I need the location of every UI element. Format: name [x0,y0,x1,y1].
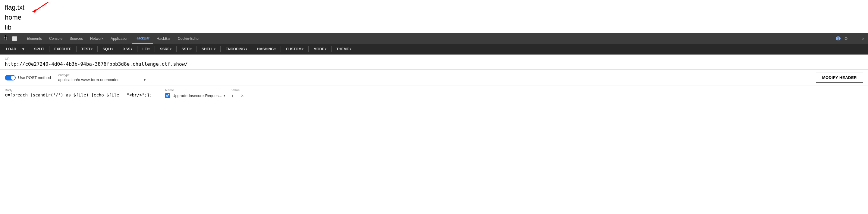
sqli-button[interactable]: SQLI ▾ [100,46,116,53]
enctype-section: enctype application/x-www-form-urlencode… [58,73,146,82]
svg-line-0 [35,2,48,11]
test-button[interactable]: TEST ▾ [79,46,95,53]
body-value[interactable]: c=foreach (scandir('/') as $file) {echo … [5,93,156,97]
hashing-caret: ▾ [274,48,276,51]
devtools-panel: ⊡ ⬜ Elements Console Sources Network App… [0,33,868,101]
load-dropdown[interactable]: ▾ [20,46,27,53]
divider-11 [252,46,252,52]
enctype-value: application/x-www-form-urlencoded [58,78,143,82]
header-name-dropdown-icon[interactable]: ▾ [224,94,225,97]
red-arrow-indicator [29,1,50,16]
enctype-select-wrap[interactable]: application/x-www-form-urlencoded ▾ [58,78,146,82]
body-section: Body c=foreach (scandir('/') as $file) {… [5,88,156,98]
sqli-caret: ▾ [112,48,113,51]
divider-1 [29,46,29,52]
encoding-caret: ▾ [246,48,247,51]
post-method-label: Use POST method [18,75,51,80]
divider-14 [331,46,332,52]
hackbar-content: URL http://c0e27240-4d04-4b3b-94ba-3876f… [0,55,868,101]
execute-button[interactable]: EXECUTE [52,46,74,53]
svg-marker-1 [32,9,36,13]
file-item-2: home [5,12,863,22]
toggle-thumb [11,75,15,80]
custom-button[interactable]: CUSTOM ▾ [283,46,306,53]
split-button[interactable]: SPLIT [32,46,47,53]
shell-caret: ▾ [214,48,216,51]
url-section: URL http://c0e27240-4d04-4b3b-94ba-3876f… [0,55,868,70]
file-item-1: flag.txt [5,2,863,12]
file-item-3: lib [5,22,863,32]
divider-4 [97,46,98,52]
post-toggle[interactable]: Use POST method [5,75,51,81]
hackbar-toolbar: LOAD ▾ SPLIT EXECUTE TEST ▾ SQLI ▾ XSS ▾… [0,44,868,55]
headers-section: Name Upgrade-Insecure-Reques… ▾ Value [165,88,863,98]
lfi-caret: ▾ [148,48,150,51]
toggle-track[interactable] [5,75,16,81]
divider-8 [176,46,177,52]
header-checkbox-1[interactable] [165,93,170,98]
ssrf-caret: ▾ [170,48,172,51]
test-caret: ▾ [91,48,93,51]
load-button[interactable]: LOAD [4,46,19,53]
divider-6 [137,46,137,52]
name-column: Name Upgrade-Insecure-Reques… ▾ [165,88,231,98]
divider-2 [49,46,50,52]
divider-3 [76,46,76,52]
divider-10 [220,46,221,52]
ssrf-button[interactable]: SSRF ▾ [157,46,174,53]
theme-button[interactable]: THEME ▾ [334,46,353,53]
divider-5 [118,46,118,52]
modify-header-button[interactable]: MODIFY HEADER [816,73,863,83]
enctype-dropdown-icon[interactable]: ▾ [144,78,146,82]
url-label: URL [5,57,863,61]
theme-caret: ▾ [350,48,351,51]
header-row-1: Upgrade-Insecure-Reques… ▾ [165,93,231,98]
enctype-label: enctype [58,73,146,77]
mode-button[interactable]: MODE ▾ [311,46,329,53]
ssti-caret: ▾ [190,48,192,51]
value-column: Value 1 × [231,88,863,98]
mode-caret: ▾ [325,48,327,51]
custom-caret: ▾ [302,48,304,51]
header-name-text: Upgrade-Insecure-Reques… [173,93,222,98]
file-item-4: li [5,32,863,42]
post-row: Use POST method enctype application/x-ww… [0,70,868,86]
xss-caret: ▾ [131,48,132,51]
value-col-header: Value [231,88,863,92]
header-close-button[interactable]: × [241,93,244,98]
body-label: Body [5,88,156,92]
header-value-row-1: 1 × [231,93,863,98]
xss-button[interactable]: XSS ▾ [121,46,135,53]
name-col-header: Name [165,88,231,92]
ssti-button[interactable]: SSTI ▾ [179,46,194,53]
bottom-row: Body c=foreach (scandir('/') as $file) {… [0,86,868,101]
divider-12 [281,46,281,52]
encoding-button[interactable]: ENCODING ▾ [223,46,250,53]
header-name-wrap: Upgrade-Insecure-Reques… ▾ [173,93,225,98]
url-value[interactable]: http://c0e27240-4d04-4b3b-94ba-3876fbbb3… [5,61,863,67]
hashing-button[interactable]: HASHING ▾ [255,46,278,53]
lfi-button[interactable]: LFI ▾ [140,46,152,53]
divider-13 [308,46,309,52]
headers-columns: Name Upgrade-Insecure-Reques… ▾ Value [165,88,863,98]
divider-9 [196,46,197,52]
shell-button[interactable]: SHELL ▾ [199,46,218,53]
divider-7 [155,46,155,52]
header-value-text: 1 [231,94,234,98]
